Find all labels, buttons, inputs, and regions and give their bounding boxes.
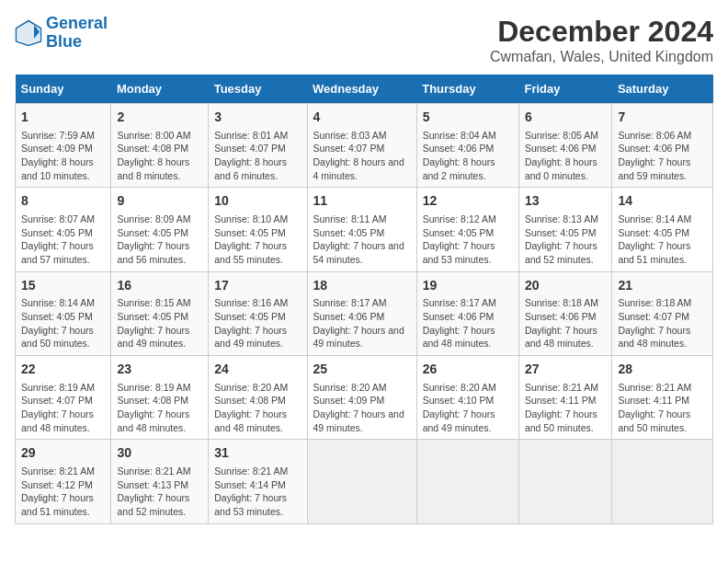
day-number: 21 (618, 277, 707, 295)
cell-content: Sunrise: 8:10 AMSunset: 4:05 PMDaylight:… (214, 213, 301, 267)
day-number: 2 (117, 109, 202, 127)
header: General Blue December 2024 Cwmafan, Wale… (15, 15, 713, 65)
cell-content: Sunrise: 8:20 AMSunset: 4:09 PMDaylight:… (313, 381, 411, 435)
day-number: 9 (117, 192, 202, 211)
day-number: 14 (618, 192, 707, 211)
calendar-cell: 7Sunrise: 8:06 AMSunset: 4:06 PMDaylight… (612, 104, 713, 188)
day-number: 12 (423, 192, 513, 211)
calendar-cell: 3Sunrise: 8:01 AMSunset: 4:07 PMDaylight… (209, 104, 307, 188)
calendar-cell: 18Sunrise: 8:17 AMSunset: 4:06 PMDayligh… (307, 271, 416, 355)
cell-content: Sunrise: 8:12 AMSunset: 4:05 PMDaylight:… (423, 213, 513, 267)
cell-content: Sunrise: 8:07 AMSunset: 4:05 PMDaylight:… (21, 213, 105, 267)
day-number: 24 (214, 361, 301, 379)
day-number: 1 (21, 109, 105, 127)
calendar-cell: 8Sunrise: 8:07 AMSunset: 4:05 PMDaylight… (16, 188, 111, 271)
calendar-cell: 19Sunrise: 8:17 AMSunset: 4:06 PMDayligh… (416, 271, 518, 355)
cell-content: Sunrise: 8:15 AMSunset: 4:05 PMDaylight:… (117, 296, 202, 350)
calendar-cell: 26Sunrise: 8:20 AMSunset: 4:10 PMDayligh… (416, 356, 518, 440)
calendar-cell (518, 440, 611, 523)
column-header-thursday: Thursday (416, 75, 518, 104)
title-area: December 2024 Cwmafan, Wales, United Kin… (490, 15, 713, 65)
day-number: 11 (313, 192, 411, 211)
logo-text: General Blue (46, 15, 108, 52)
calendar-cell: 25Sunrise: 8:20 AMSunset: 4:09 PMDayligh… (307, 356, 416, 440)
calendar-week-4: 22Sunrise: 8:19 AMSunset: 4:07 PMDayligh… (16, 356, 713, 440)
calendar-cell: 21Sunrise: 8:18 AMSunset: 4:07 PMDayligh… (612, 271, 713, 355)
logo-line2: Blue (46, 32, 82, 51)
day-number: 7 (618, 109, 707, 127)
day-number: 25 (313, 361, 411, 379)
calendar-cell: 27Sunrise: 8:21 AMSunset: 4:11 PMDayligh… (518, 356, 611, 440)
day-number: 6 (525, 109, 606, 127)
cell-content: Sunrise: 8:21 AMSunset: 4:11 PMDaylight:… (525, 381, 606, 435)
column-header-sunday: Sunday (16, 75, 111, 104)
day-number: 29 (21, 444, 105, 463)
day-number: 30 (117, 444, 202, 463)
calendar-cell: 15Sunrise: 8:14 AMSunset: 4:05 PMDayligh… (16, 271, 111, 355)
logo: General Blue (15, 15, 108, 52)
cell-content: Sunrise: 8:17 AMSunset: 4:06 PMDaylight:… (423, 296, 513, 350)
cell-content: Sunrise: 8:21 AMSunset: 4:11 PMDaylight:… (618, 381, 707, 435)
day-number: 4 (313, 109, 411, 127)
day-number: 31 (214, 444, 301, 463)
calendar-cell: 10Sunrise: 8:10 AMSunset: 4:05 PMDayligh… (209, 188, 307, 271)
calendar-cell: 23Sunrise: 8:19 AMSunset: 4:08 PMDayligh… (111, 356, 209, 440)
day-number: 18 (313, 277, 411, 295)
day-number: 5 (423, 109, 513, 127)
cell-content: Sunrise: 8:13 AMSunset: 4:05 PMDaylight:… (525, 213, 606, 267)
cell-content: Sunrise: 8:20 AMSunset: 4:08 PMDaylight:… (214, 381, 301, 435)
cell-content: Sunrise: 8:01 AMSunset: 4:07 PMDaylight:… (214, 129, 301, 183)
cell-content: Sunrise: 8:00 AMSunset: 4:08 PMDaylight:… (117, 129, 202, 183)
calendar-week-5: 29Sunrise: 8:21 AMSunset: 4:12 PMDayligh… (16, 440, 713, 523)
day-number: 20 (525, 277, 606, 295)
calendar-cell: 9Sunrise: 8:09 AMSunset: 4:05 PMDaylight… (111, 188, 209, 271)
cell-content: Sunrise: 8:14 AMSunset: 4:05 PMDaylight:… (21, 296, 105, 350)
cell-content: Sunrise: 7:59 AMSunset: 4:09 PMDaylight:… (21, 129, 105, 183)
calendar-cell: 29Sunrise: 8:21 AMSunset: 4:12 PMDayligh… (16, 440, 111, 523)
cell-content: Sunrise: 8:16 AMSunset: 4:05 PMDaylight:… (214, 296, 301, 350)
column-header-wednesday: Wednesday (307, 75, 416, 104)
cell-content: Sunrise: 8:20 AMSunset: 4:10 PMDaylight:… (423, 381, 513, 435)
calendar-cell: 13Sunrise: 8:13 AMSunset: 4:05 PMDayligh… (518, 188, 611, 271)
header-row: SundayMondayTuesdayWednesdayThursdayFrid… (16, 75, 713, 104)
cell-content: Sunrise: 8:05 AMSunset: 4:06 PMDaylight:… (525, 129, 606, 183)
calendar-cell: 14Sunrise: 8:14 AMSunset: 4:05 PMDayligh… (612, 188, 713, 271)
day-number: 17 (214, 277, 301, 295)
logo-line1: General (46, 14, 108, 32)
calendar-cell: 31Sunrise: 8:21 AMSunset: 4:14 PMDayligh… (209, 440, 307, 523)
day-number: 13 (525, 192, 606, 211)
day-number: 8 (21, 192, 105, 211)
cell-content: Sunrise: 8:21 AMSunset: 4:13 PMDaylight:… (117, 465, 202, 519)
cell-content: Sunrise: 8:11 AMSunset: 4:05 PMDaylight:… (313, 213, 411, 267)
day-number: 3 (214, 109, 301, 127)
calendar-cell: 5Sunrise: 8:04 AMSunset: 4:06 PMDaylight… (416, 104, 518, 188)
calendar-cell: 12Sunrise: 8:12 AMSunset: 4:05 PMDayligh… (416, 188, 518, 271)
calendar-cell: 1Sunrise: 7:59 AMSunset: 4:09 PMDaylight… (16, 104, 111, 188)
calendar-cell: 11Sunrise: 8:11 AMSunset: 4:05 PMDayligh… (307, 188, 416, 271)
calendar-cell: 20Sunrise: 8:18 AMSunset: 4:06 PMDayligh… (518, 271, 611, 355)
day-number: 26 (423, 361, 513, 379)
calendar-cell (307, 440, 416, 523)
cell-content: Sunrise: 8:19 AMSunset: 4:08 PMDaylight:… (117, 381, 202, 435)
column-header-saturday: Saturday (612, 75, 713, 104)
calendar-cell: 6Sunrise: 8:05 AMSunset: 4:06 PMDaylight… (518, 104, 611, 188)
cell-content: Sunrise: 8:21 AMSunset: 4:14 PMDaylight:… (214, 465, 301, 519)
calendar-cell: 30Sunrise: 8:21 AMSunset: 4:13 PMDayligh… (111, 440, 209, 523)
cell-content: Sunrise: 8:18 AMSunset: 4:07 PMDaylight:… (618, 296, 707, 350)
logo-icon (15, 19, 42, 47)
day-number: 22 (21, 361, 105, 379)
calendar-cell (416, 440, 518, 523)
day-number: 23 (117, 361, 202, 379)
calendar-cell: 2Sunrise: 8:00 AMSunset: 4:08 PMDaylight… (111, 104, 209, 188)
cell-content: Sunrise: 8:06 AMSunset: 4:06 PMDaylight:… (618, 129, 707, 183)
page-subtitle: Cwmafan, Wales, United Kingdom (490, 49, 713, 65)
day-number: 19 (423, 277, 513, 295)
calendar-cell: 24Sunrise: 8:20 AMSunset: 4:08 PMDayligh… (209, 356, 307, 440)
day-number: 15 (21, 277, 105, 295)
calendar-week-2: 8Sunrise: 8:07 AMSunset: 4:05 PMDaylight… (16, 188, 713, 271)
calendar-cell: 16Sunrise: 8:15 AMSunset: 4:05 PMDayligh… (111, 271, 209, 355)
column-header-monday: Monday (111, 75, 209, 104)
day-number: 16 (117, 277, 202, 295)
day-number: 10 (214, 192, 301, 211)
calendar-table: SundayMondayTuesdayWednesdayThursdayFrid… (15, 75, 713, 524)
